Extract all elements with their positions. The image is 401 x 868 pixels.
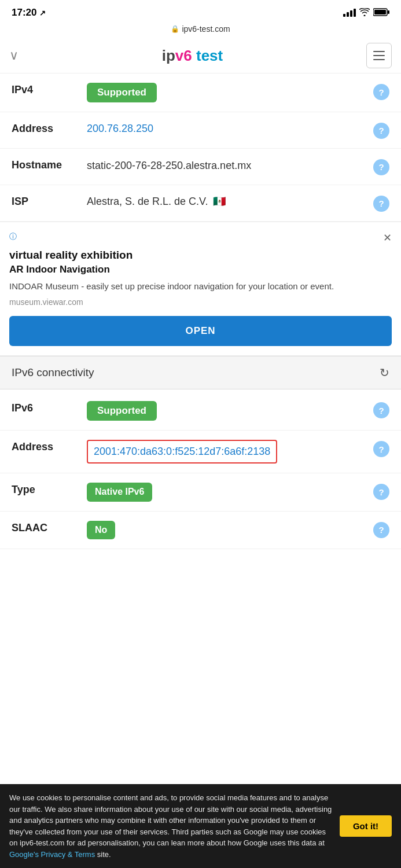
hamburger-line-1 — [373, 51, 385, 52]
isp-help-icon[interactable]: ? — [373, 196, 389, 212]
ipv6-address-row: Address 2001:470:da63:0:f525:12d7:6a6f:2… — [0, 431, 401, 473]
status-time: 17:20 ↗ — [12, 7, 46, 19]
chevron-down-icon: ∨ — [9, 48, 19, 63]
hostname-help-icon[interactable]: ? — [373, 159, 389, 175]
hamburger-line-3 — [373, 59, 385, 60]
ad-url: museum.viewar.com — [9, 297, 392, 307]
ipv6-row: IPv6 Supported ? — [0, 392, 401, 431]
type-label: Type — [12, 483, 87, 496]
logo-v6: v6 — [175, 47, 192, 64]
ad-open-button[interactable]: OPEN — [9, 316, 392, 346]
type-help-icon[interactable]: ? — [373, 484, 389, 500]
isp-label: ISP — [12, 194, 87, 208]
ipv4-label: IPv4 — [12, 83, 87, 96]
site-logo: ipv6 test — [162, 47, 223, 65]
ipv4-address-row: Address 200.76.28.250 ? — [0, 112, 401, 149]
nav-bar: ∨ ipv6 test — [0, 38, 401, 73]
nav-back-button[interactable]: ∨ — [9, 48, 19, 63]
isp-row: ISP Alestra, S. de R.L. de C.V. 🇲🇽 ? — [0, 185, 401, 222]
ipv6-address-value[interactable]: 2001:470:da63:0:f525:12d7:6a6f:2138 — [87, 440, 367, 464]
ad-info-icon: ⓘ — [9, 231, 17, 242]
ipv6-supported-badge: Supported — [87, 401, 157, 421]
ad-top-row: ⓘ ✕ — [9, 231, 392, 244]
isp-value: Alestra, S. de R.L. de C.V. 🇲🇽 — [87, 194, 367, 209]
ipv6-help-icon[interactable]: ? — [373, 402, 389, 418]
ad-description: INDOAR Museum - easily set up precise in… — [9, 280, 392, 293]
ad-title-sub: AR Indoor Navigation — [9, 264, 392, 275]
cookie-privacy-link[interactable]: Google's Privacy & Terms — [9, 850, 95, 859]
native-ipv6-badge: Native IPv6 — [87, 483, 152, 501]
slaac-no-badge: No — [87, 521, 115, 539]
url-bar[interactable]: 🔒 ipv6-test.com — [0, 22, 401, 38]
hostname-value: static-200-76-28-250.alestra.net.mx — [87, 158, 367, 174]
ipv6-address-help-icon[interactable]: ? — [373, 441, 389, 457]
slaac-label: SLAAC — [12, 521, 87, 534]
hostname-label: Hostname — [12, 158, 87, 171]
wifi-icon — [359, 8, 370, 18]
ad-title-main: virtual reality exhibition — [9, 249, 392, 262]
ipv6-section-title: IPv6 connectivity — [12, 366, 94, 379]
address-label: Address — [12, 122, 87, 135]
address-help-icon[interactable]: ? — [373, 123, 389, 139]
signal-bars-icon — [343, 9, 356, 17]
refresh-icon[interactable]: ↻ — [380, 366, 389, 380]
type-value: Native IPv6 — [87, 483, 367, 501]
slaac-row: SLAAC No ? — [0, 512, 401, 549]
hamburger-menu-button[interactable] — [366, 43, 392, 68]
ipv4-value: Supported — [87, 83, 367, 102]
svg-rect-1 — [388, 10, 389, 14]
mexico-flag-icon: 🇲🇽 — [213, 194, 226, 209]
ipv4-row: IPv4 Supported ? — [0, 73, 401, 112]
logo-ip: ip — [162, 47, 175, 64]
type-row: Type Native IPv6 ? — [0, 473, 401, 511]
status-icons — [343, 8, 389, 18]
hamburger-line-2 — [373, 55, 385, 56]
cookie-text: We use cookies to personalise content an… — [9, 792, 333, 860]
logo-test: test — [192, 47, 223, 64]
ipv6-address-box[interactable]: 2001:470:da63:0:f525:12d7:6a6f:2138 — [87, 440, 277, 464]
slaac-help-icon[interactable]: ? — [373, 522, 389, 538]
slaac-value: No — [87, 521, 367, 539]
cookie-got-button[interactable]: Got it! — [340, 815, 392, 837]
ipv4-address-value[interactable]: 200.76.28.250 — [87, 122, 367, 136]
lock-icon: 🔒 — [171, 25, 179, 33]
ad-banner: ⓘ ✕ virtual reality exhibition AR Indoor… — [0, 222, 401, 356]
cookie-banner: We use cookies to personalise content an… — [0, 784, 401, 868]
ad-close-button[interactable]: ✕ — [383, 231, 392, 244]
ipv6-section-header: IPv6 connectivity ↻ — [0, 356, 401, 389]
url-text: ipv6-test.com — [182, 24, 230, 34]
ipv6-label: IPv6 — [12, 401, 87, 414]
ipv4-supported-badge: Supported — [87, 83, 157, 102]
location-icon: ↗ — [39, 9, 46, 17]
hostname-row: Hostname static-200-76-28-250.alestra.ne… — [0, 149, 401, 185]
battery-icon — [373, 8, 389, 18]
status-bar: 17:20 ↗ — [0, 0, 401, 22]
ipv6-address-label: Address — [12, 440, 87, 453]
svg-rect-2 — [374, 10, 386, 14]
ipv6-value: Supported — [87, 401, 367, 421]
ipv4-help-icon[interactable]: ? — [373, 84, 389, 100]
